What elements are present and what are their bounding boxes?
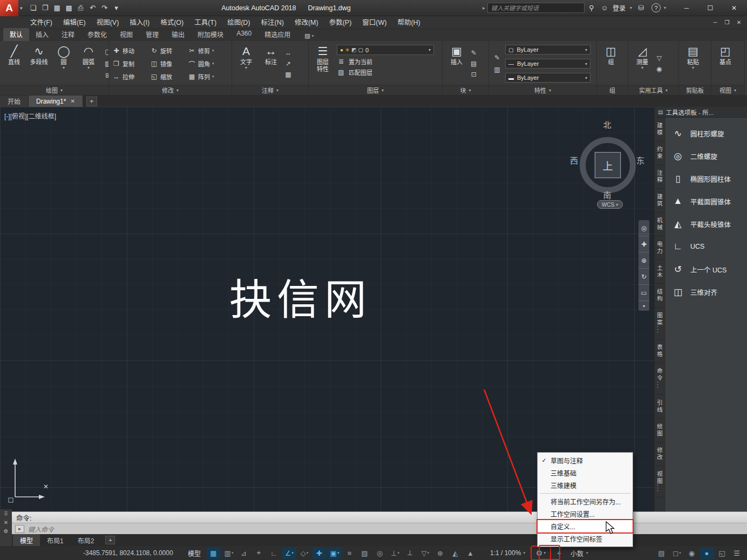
- workspace-menu-item[interactable]: 三维建模: [538, 479, 633, 491]
- palette-tab[interactable]: 约束: [655, 141, 665, 165]
- ribbon-tab[interactable]: 视图: [113, 28, 139, 41]
- signin-caret-icon[interactable]: ▾: [628, 2, 634, 14]
- status-toggle-button[interactable]: ⊥ ▾: [388, 547, 402, 559]
- utility-extra-tool-icon[interactable]: ◉: [656, 65, 662, 73]
- palette-tab[interactable]: 建模: [655, 118, 665, 141]
- search-icon[interactable]: ⚲: [586, 2, 597, 14]
- wcs-menu-button[interactable]: WCS ▾: [597, 200, 623, 209]
- match-properties-icon[interactable]: ✎: [491, 54, 503, 62]
- menu-item[interactable]: 帮助(H): [392, 16, 425, 29]
- status-toggle-button[interactable]: ⊿: [237, 547, 251, 559]
- menu-item[interactable]: 文件(F): [25, 16, 58, 29]
- palette-tab[interactable]: 电力: [655, 236, 665, 260]
- doc-close-button[interactable]: ✕: [733, 19, 745, 25]
- command-close-icon[interactable]: ✕: [4, 520, 8, 525]
- menu-item[interactable]: 参数(P): [324, 16, 357, 29]
- command-input-placeholder[interactable]: 键入命令: [28, 524, 54, 534]
- palette-item[interactable]: ∟ UCS: [665, 235, 747, 258]
- palette-item[interactable]: ∿ 圆柱形螺旋: [665, 122, 747, 145]
- palette-item[interactable]: ▲ 平截面圆锥体: [665, 190, 747, 213]
- command-options-icon[interactable]: ▸: [15, 525, 24, 533]
- panel-label-clipboard[interactable]: 剪贴板: [679, 85, 711, 95]
- ribbon-tab[interactable]: 附加模块: [191, 28, 230, 41]
- modify-tool-button[interactable]: ↻ 旋转: [149, 44, 187, 57]
- bylayer-select[interactable]: ▬ ByLayer ▾: [505, 73, 590, 83]
- measure-button[interactable]: ◿ 测量 ▾: [630, 43, 654, 85]
- ribbon-tab[interactable]: 插入: [29, 28, 55, 41]
- status-toggle-button[interactable]: ▥ ▾: [222, 547, 236, 559]
- viewcube-south-label[interactable]: 南: [568, 189, 647, 200]
- modify-tool-button[interactable]: ✂ 修剪 ▾: [187, 44, 225, 57]
- ribbon-tab[interactable]: 管理: [139, 28, 165, 41]
- utility-extra-tool-icon[interactable]: ▽: [656, 54, 662, 62]
- qat-button[interactable]: ❏: [28, 2, 39, 14]
- new-drawing-tab-button[interactable]: +: [86, 97, 97, 106]
- palette-tab[interactable]: 结构: [655, 284, 665, 308]
- draw-tool-button[interactable]: ∿ 多段线: [27, 43, 51, 85]
- palette-tab[interactable]: 表格: [655, 339, 665, 363]
- maximize-button[interactable]: ☐: [698, 0, 722, 16]
- qat-button[interactable]: ⎙: [75, 2, 87, 14]
- palette-item[interactable]: ↺ 上一个 UCS: [665, 258, 747, 281]
- annotation-scale-button[interactable]: 1:1 / 100% ▾: [490, 549, 525, 557]
- menu-item[interactable]: 窗口(W): [357, 16, 392, 29]
- annotation-extra-tool-icon[interactable]: ↗: [285, 60, 291, 67]
- panel-label-layers[interactable]: 图层▾: [309, 85, 442, 95]
- workspace-menu-item[interactable]: ✓ 草图与注释: [538, 454, 633, 467]
- ribbon-display-toggle[interactable]: ▨ ▾: [304, 32, 314, 41]
- draw-extra-tool-icon[interactable]: ⊞: [103, 70, 108, 81]
- signin-label[interactable]: 登录: [613, 3, 626, 12]
- status-toggle-button[interactable]: ◱: [715, 547, 729, 559]
- close-button[interactable]: ✕: [722, 0, 746, 16]
- layer-properties-button[interactable]: ☰ 图层 特性: [311, 43, 335, 85]
- layer-tool-button[interactable]: ≣ 置为当前: [337, 57, 434, 66]
- status-toggle-button[interactable]: ▽ ▾: [418, 547, 432, 559]
- workspace-switch-button[interactable]: ⚙ ▾: [533, 548, 549, 558]
- palette-tab[interactable]: 建筑: [655, 189, 665, 213]
- draw-extra-tool-icon[interactable]: ▢: [103, 46, 108, 58]
- navbar-tool-icon[interactable]: ▭: [639, 285, 649, 301]
- modify-tool-button[interactable]: ◱ 缩放: [149, 70, 187, 83]
- menu-item[interactable]: 格式(O): [155, 16, 189, 29]
- base-view-button[interactable]: ◰ 基点: [714, 43, 737, 85]
- status-toggle-button[interactable]: ⊕: [433, 547, 447, 559]
- menu-item[interactable]: 插入(I): [124, 16, 155, 29]
- viewport-controls-label[interactable]: [-][俯视][二维线框]: [4, 111, 56, 120]
- help-caret-icon[interactable]: ▾: [662, 2, 668, 14]
- navbar-tool-icon[interactable]: ◎: [639, 220, 649, 236]
- draw-tool-button[interactable]: ◯ 圆 ▾: [52, 43, 76, 85]
- qat-button[interactable]: ▦: [51, 2, 63, 14]
- modify-tool-button[interactable]: ▦ 阵列 ▾: [187, 70, 225, 83]
- status-toggle-button[interactable]: ▨: [358, 547, 372, 559]
- insert-block-button[interactable]: ▣ 插入: [445, 43, 468, 85]
- match-properties-icon[interactable]: ▥: [491, 66, 503, 73]
- help-icon[interactable]: ?: [651, 3, 661, 12]
- block-extra-tool-icon[interactable]: ▤: [471, 60, 477, 67]
- status-toggle-button[interactable]: ▤: [655, 547, 669, 559]
- palette-tab[interactable]: 机械: [655, 213, 665, 236]
- status-toggle-button[interactable]: ◎: [373, 547, 387, 559]
- palette-tab[interactable]: 绘图: [655, 419, 665, 442]
- command-grip-icon[interactable]: ⠿: [4, 511, 8, 517]
- palette-tab[interactable]: 土木: [655, 260, 665, 284]
- status-toggle-button[interactable]: ∟: [267, 547, 281, 559]
- ribbon-tab[interactable]: 默认: [3, 28, 29, 41]
- status-toggle-button[interactable]: ◭: [449, 547, 463, 559]
- workspace-menu-item[interactable]: 工作空间设置...: [538, 508, 633, 520]
- panel-label-draw[interactable]: 绘图▾: [0, 85, 108, 95]
- workspace-menu-item[interactable]: 三维基础: [538, 467, 633, 479]
- drawing-canvas[interactable]: [-][俯视][二维线框] 抉信网 北 南 西 东 上 WCS ▾ ◎✚⊕↻▭▾…: [0, 107, 654, 511]
- modify-tool-button[interactable]: ✚ 移动: [111, 44, 149, 57]
- menu-item[interactable]: 标注(N): [256, 16, 289, 29]
- search-input[interactable]: [487, 3, 585, 13]
- status-toggle-button[interactable]: ⌖: [252, 547, 266, 559]
- ribbon-tab[interactable]: 精选应用: [258, 28, 297, 41]
- navbar-tool-icon[interactable]: ⊕: [639, 252, 649, 269]
- status-toggle-button[interactable]: ⟂: [403, 547, 417, 559]
- palette-tab[interactable]: 视图...: [655, 466, 665, 498]
- app-logo-icon[interactable]: A: [0, 0, 18, 16]
- status-toggle-button[interactable]: ●: [700, 547, 714, 559]
- minimize-button[interactable]: ─: [675, 0, 698, 16]
- status-toggle-button[interactable]: ▣ ▾: [328, 547, 342, 559]
- ribbon-tab[interactable]: 输出: [165, 28, 191, 41]
